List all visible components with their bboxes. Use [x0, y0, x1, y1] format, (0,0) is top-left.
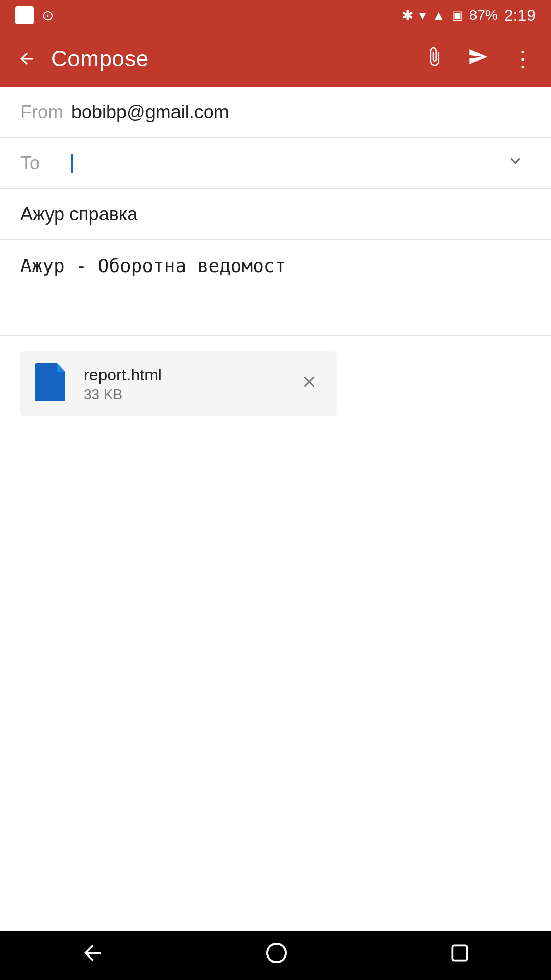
- time: 2:19: [504, 6, 536, 25]
- to-label: To: [20, 153, 71, 174]
- svg-rect-1: [453, 945, 467, 960]
- battery-icon: ▣: [452, 8, 463, 22]
- subject-input[interactable]: [20, 204, 531, 225]
- battery-percent: 87%: [469, 7, 498, 23]
- attachment-info: report.html 33 KB: [84, 365, 284, 403]
- page-title: Compose: [51, 46, 410, 71]
- send-icon[interactable]: [464, 42, 492, 76]
- remove-attachment-icon[interactable]: [296, 369, 322, 400]
- from-label: From: [20, 102, 71, 123]
- nav-bar: [0, 931, 551, 980]
- file-icon: [35, 363, 71, 404]
- attachment-area: report.html 33 KB: [0, 336, 551, 432]
- wifi-icon: ▾: [419, 8, 426, 23]
- attach-icon[interactable]: [420, 42, 448, 76]
- body-input[interactable]: Ажур - Оборотна ведомост: [20, 255, 531, 318]
- attachment-size: 33 KB: [84, 386, 284, 403]
- status-bar-right: ✱ ▾ ▲ ▣ 87% 2:19: [402, 6, 536, 25]
- camera-dot-icon: ⊙: [42, 7, 54, 24]
- status-bar-left: ⊙: [15, 6, 54, 24]
- svg-point-0: [267, 944, 286, 962]
- to-row: To: [0, 138, 551, 189]
- attachment-filename: report.html: [84, 365, 284, 384]
- signal-icon: ▲: [432, 8, 445, 23]
- expand-recipients-icon[interactable]: [500, 145, 531, 181]
- recents-nav-icon[interactable]: [428, 937, 491, 974]
- body-area: Ажур - Оборотна ведомост: [0, 240, 551, 336]
- toolbar: Compose ⋮: [0, 31, 551, 87]
- back-button[interactable]: [12, 44, 41, 73]
- to-input[interactable]: [75, 153, 500, 174]
- bluetooth-icon: ✱: [402, 7, 413, 24]
- from-row: From bobibp@gmail.com: [0, 87, 551, 138]
- notification-square-icon: [15, 6, 34, 24]
- status-bar: ⊙ ✱ ▾ ▲ ▣ 87% 2:19: [0, 0, 551, 31]
- email-form: From bobibp@gmail.com To Ажур - Оборотна…: [0, 87, 551, 432]
- from-value: bobibp@gmail.com: [71, 102, 531, 123]
- toolbar-actions: ⋮: [420, 42, 539, 76]
- subject-row: [0, 189, 551, 240]
- back-nav-icon[interactable]: [60, 936, 125, 975]
- home-nav-icon[interactable]: [244, 936, 309, 975]
- text-cursor: [71, 154, 73, 173]
- more-options-icon[interactable]: ⋮: [508, 43, 539, 74]
- attachment-card: report.html 33 KB: [20, 351, 337, 416]
